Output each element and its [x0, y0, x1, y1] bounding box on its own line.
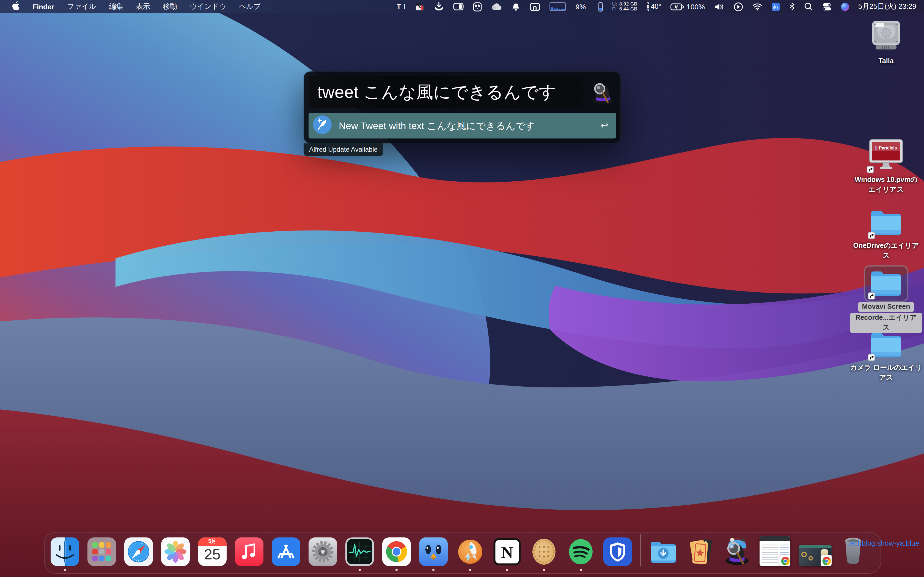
- desktop-icon-label-selected: Movavi ScreenRecorde...エイリアス: [850, 301, 922, 333]
- desktop-icon-windows10-pvm[interactable]: || Parallels Windows 10.pvmのエイリアス: [850, 139, 922, 195]
- menu-view[interactable]: 表示: [136, 2, 150, 11]
- temperature-value: 40°: [651, 3, 661, 10]
- parallels-screen-text: || Parallels: [871, 146, 901, 151]
- dock-item-movie-tickets[interactable]: [686, 537, 714, 566]
- text-input-icon[interactable]: TI: [397, 3, 406, 10]
- external-drive-icon: [869, 20, 903, 54]
- dock-item-notion[interactable]: N: [493, 537, 522, 566]
- page-text-lines: [762, 543, 778, 564]
- toolbox-icon[interactable]: [415, 2, 425, 11]
- dock-item-music[interactable]: [235, 537, 263, 566]
- menu-edit[interactable]: 編集: [109, 2, 123, 11]
- menu-window[interactable]: ウインドウ: [190, 2, 226, 11]
- desktop-icon-label: Windows 10.pvmのエイリアス: [850, 175, 922, 195]
- active-app-name[interactable]: Finder: [32, 2, 54, 11]
- menubar-clock[interactable]: 5月25日(火) 23:29: [858, 2, 916, 11]
- mem-free-label: F:: [612, 6, 617, 12]
- dock-item-chrome[interactable]: [382, 537, 411, 566]
- folder-icon-selected: [869, 269, 903, 299]
- dock-item-activity-monitor[interactable]: [346, 537, 374, 566]
- dragged-link-text: techblog.show-ya.blue: [848, 539, 919, 547]
- cpu-graph-icon[interactable]: [550, 2, 566, 11]
- dock-item-alfred[interactable]: [723, 537, 751, 566]
- desktop-icon-talia[interactable]: Talia: [850, 20, 922, 66]
- dock-item-system-preferences[interactable]: [309, 537, 337, 566]
- control-center-icon[interactable]: [822, 2, 831, 11]
- sensor-label: SEN: [646, 2, 649, 11]
- apple-menu-icon[interactable]: [11, 1, 20, 12]
- wifi-icon[interactable]: [752, 3, 762, 10]
- desktop-icon-label: OneDriveのエイリアス: [850, 241, 922, 261]
- alias-arrow-badge: [867, 166, 874, 173]
- dock-item-downloads-folder[interactable]: [649, 537, 678, 566]
- sensor-temperature[interactable]: SEN 40°: [646, 2, 661, 11]
- alfred-search-input[interactable]: tweet こんな風にできるんです: [309, 76, 583, 108]
- svg-text:N: N: [501, 543, 513, 561]
- dock-item-chrome-window-blog[interactable]: [759, 536, 790, 566]
- folder-icon: [869, 331, 903, 361]
- dock-item-marsedit[interactable]: [456, 537, 485, 566]
- parallels-vm-icon: || Parallels: [868, 139, 904, 172]
- siri-icon[interactable]: [841, 2, 849, 11]
- input-method-icon[interactable]: あ: [771, 2, 780, 11]
- dock-item-app-store[interactable]: [272, 537, 300, 566]
- calendar-day: 25: [198, 546, 226, 563]
- cpu-percent[interactable]: 9%: [575, 2, 586, 11]
- menu-file[interactable]: ファイル: [67, 2, 96, 11]
- dock-item-photos[interactable]: [161, 537, 190, 566]
- tweet-compose-icon: [312, 114, 332, 137]
- alfred-window: tweet こんな風にできるんです New Tweet with text こん…: [304, 71, 621, 156]
- mem-free-value: 6.44 GB: [619, 6, 637, 12]
- dock-item-spotify[interactable]: [567, 537, 595, 566]
- alfred-panel: tweet こんな風にできるんです New Tweet with text こん…: [304, 71, 621, 143]
- dock-item-biscuit[interactable]: [530, 537, 558, 566]
- battery-status[interactable]: 100%: [671, 2, 705, 11]
- desktop-icon-label: Talia: [850, 56, 922, 66]
- trackpad-gesture-icon[interactable]: [530, 2, 540, 11]
- menu-bar: Finder ファイル 編集 表示 移動 ウインドウ ヘルプ TI: [0, 0, 924, 13]
- folder-icon: [869, 209, 903, 239]
- desktop-icon-camera-roll[interactable]: カメラ ロールのエイリアス: [850, 331, 922, 382]
- dock-item-calendar[interactable]: 5月 25: [198, 537, 226, 566]
- chrome-badge-icon: [821, 555, 832, 566]
- spotlight-search-icon[interactable]: [804, 2, 813, 11]
- menu-go[interactable]: 移動: [163, 2, 177, 11]
- alias-arrow-badge: [868, 292, 875, 300]
- display-toggle-icon[interactable]: [454, 3, 464, 10]
- volume-icon[interactable]: [714, 2, 724, 11]
- menu-help[interactable]: ヘルプ: [239, 2, 261, 11]
- onedrive-cloud-icon[interactable]: [491, 3, 502, 10]
- dock-item-chrome-window-game[interactable]: [799, 545, 832, 566]
- chrome-badge-icon: [779, 555, 790, 566]
- download-disc-icon[interactable]: [434, 2, 444, 11]
- alfred-update-notice[interactable]: Alfred Update Available: [304, 143, 383, 156]
- dock-item-finder[interactable]: [51, 537, 79, 566]
- memory-bar-icon[interactable]: [598, 2, 603, 11]
- desktop-icon-onedrive[interactable]: OneDriveのエイリアス: [850, 209, 922, 261]
- bluetooth-icon[interactable]: [789, 2, 795, 11]
- alfred-result-row[interactable]: New Tweet with text こんな風にできるんです ↩: [309, 113, 616, 139]
- battery-percent: 100%: [687, 2, 705, 11]
- desktop-icon-movavi[interactable]: Movavi ScreenRecorde...エイリアス: [850, 269, 922, 333]
- dock-separator: [640, 534, 641, 566]
- dock-item-launchpad[interactable]: [87, 537, 116, 566]
- alias-arrow-badge: [868, 354, 875, 361]
- game-medal-icon: [809, 556, 813, 561]
- return-key-icon: ↩: [601, 120, 609, 131]
- alfred-query-text: tweet こんな風にできるんです: [317, 81, 556, 104]
- alfred-result-title: New Tweet with text こんな風にできるんです: [339, 119, 594, 132]
- game-hud-bar: [799, 545, 832, 548]
- dock: 5月 25 N: [44, 532, 881, 574]
- penguin-icon[interactable]: [473, 2, 482, 11]
- alfred-hat-icon: [588, 76, 616, 108]
- dock-item-safari[interactable]: [124, 537, 153, 566]
- alias-arrow-badge: [868, 232, 875, 239]
- play-icon[interactable]: [733, 2, 743, 11]
- memory-stats[interactable]: U: 8.92 GB F: 6.44 GB: [612, 2, 637, 12]
- notification-bell-icon[interactable]: [512, 2, 520, 11]
- desktop-icon-label: カメラ ロールのエイリアス: [850, 363, 922, 382]
- window-titlebar: [759, 536, 790, 541]
- dock-item-tweetbot[interactable]: [419, 537, 448, 566]
- dock-item-bitwarden[interactable]: [603, 537, 632, 566]
- battery-charging-icon: [671, 3, 684, 10]
